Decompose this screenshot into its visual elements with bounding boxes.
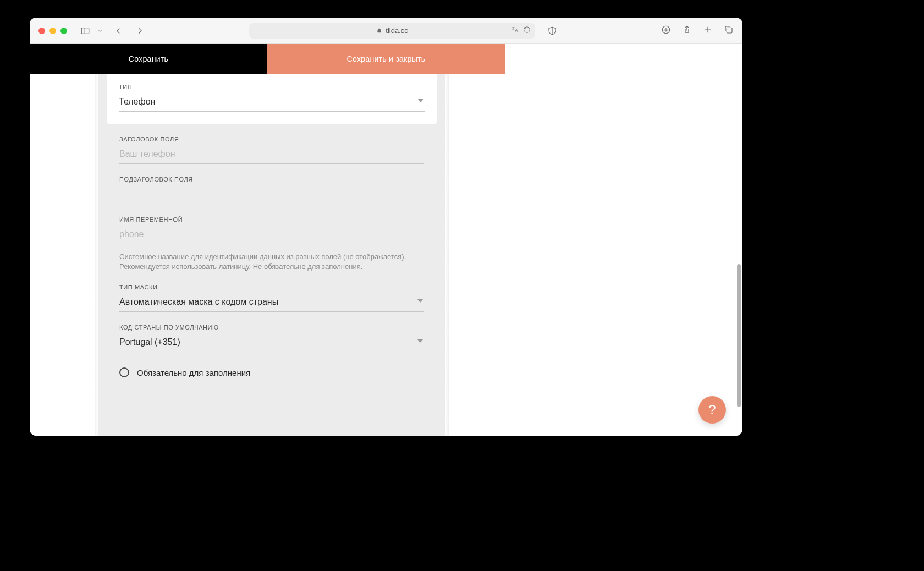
required-label: Обязательно для заполнения xyxy=(137,368,250,377)
new-tab-icon[interactable] xyxy=(703,25,713,37)
left-shadow xyxy=(95,74,98,436)
chevron-down-icon xyxy=(418,99,424,102)
right-shadow xyxy=(445,74,449,436)
save-button[interactable]: Сохранить xyxy=(30,44,267,74)
field-title-label: ЗАГОЛОВОК ПОЛЯ xyxy=(119,136,424,142)
window-zoom-button[interactable] xyxy=(61,28,67,34)
default-country-label: КОД СТРАНЫ ПО УМОЛЧАНИЮ xyxy=(119,324,424,331)
shield-icon[interactable] xyxy=(546,25,558,37)
required-checkbox[interactable] xyxy=(119,367,129,377)
reload-icon[interactable] xyxy=(523,26,531,35)
window-close-button[interactable] xyxy=(38,28,45,34)
field-title-input-wrap xyxy=(119,147,424,164)
type-value: Телефон xyxy=(119,97,425,107)
mask-type-value: Автоматическая маска с кодом страны xyxy=(119,297,424,307)
required-checkbox-row[interactable]: Обязательно для заполнения xyxy=(98,352,445,399)
var-name-group: ИМЯ ПЕРЕМЕННОЙ Системное название для ид… xyxy=(98,204,445,272)
default-country-group: КОД СТРАНЫ ПО УМОЛЧАНИЮ Portugal (+351) xyxy=(98,312,445,352)
svg-rect-0 xyxy=(81,28,89,34)
share-icon[interactable] xyxy=(682,25,692,37)
save-close-button-label: Сохранить и закрыть xyxy=(347,54,426,63)
svg-rect-2 xyxy=(378,30,381,32)
question-mark-icon: ? xyxy=(708,402,716,418)
field-subtitle-input-wrap xyxy=(119,187,424,204)
type-card: ТИП Телефон xyxy=(107,74,437,124)
downloads-icon[interactable] xyxy=(661,25,671,37)
page-content: Сохранить Сохранить и закрыть ТИП Телефо… xyxy=(30,44,743,436)
forward-button[interactable] xyxy=(134,25,146,37)
field-title-group: ЗАГОЛОВОК ПОЛЯ xyxy=(98,124,445,164)
var-name-input-wrap xyxy=(119,227,424,244)
window-controls xyxy=(38,28,67,34)
chevron-down-icon xyxy=(417,339,423,343)
help-button[interactable]: ? xyxy=(698,396,726,424)
translate-icon[interactable] xyxy=(511,26,519,35)
settings-panel-wrap: ТИП Телефон ЗАГОЛОВОК ПОЛЯ ПОДЗАГОЛОВОК … xyxy=(30,74,505,436)
url-host: tilda.cc xyxy=(386,26,408,35)
var-name-help: Системное название для идентификации дан… xyxy=(119,252,424,272)
sidebar-toggle-icon[interactable] xyxy=(79,25,91,37)
tabs-overview-icon[interactable] xyxy=(724,25,734,37)
editor-action-bar: Сохранить Сохранить и закрыть xyxy=(30,44,505,74)
save-and-close-button[interactable]: Сохранить и закрыть xyxy=(267,44,505,74)
scrollbar-thumb[interactable] xyxy=(737,264,741,407)
chevron-down-icon xyxy=(417,299,423,303)
address-bar[interactable]: tilda.cc xyxy=(249,23,535,39)
type-select[interactable]: Телефон xyxy=(119,95,425,112)
field-settings-panel: ТИП Телефон ЗАГОЛОВОК ПОЛЯ ПОДЗАГОЛОВОК … xyxy=(98,74,445,436)
var-name-input[interactable] xyxy=(119,229,424,239)
default-country-value: Portugal (+351) xyxy=(119,337,424,347)
save-button-label: Сохранить xyxy=(129,54,168,63)
window-minimize-button[interactable] xyxy=(50,28,56,34)
field-subtitle-label: ПОДЗАГОЛОВОК ПОЛЯ xyxy=(119,176,424,183)
field-subtitle-input[interactable] xyxy=(119,189,424,199)
lock-icon xyxy=(376,28,382,34)
browser-toolbar: tilda.cc xyxy=(30,18,743,44)
mask-type-group: ТИП МАСКИ Автоматическая маска с кодом с… xyxy=(98,272,445,312)
var-name-label: ИМЯ ПЕРЕМЕННОЙ xyxy=(119,216,424,223)
field-title-input[interactable] xyxy=(119,149,424,159)
field-subtitle-group: ПОДЗАГОЛОВОК ПОЛЯ xyxy=(98,164,445,204)
svg-rect-8 xyxy=(727,28,732,33)
default-country-select[interactable]: Portugal (+351) xyxy=(119,335,424,352)
back-button[interactable] xyxy=(112,25,124,37)
chevron-down-icon[interactable] xyxy=(97,25,103,37)
mask-type-select[interactable]: Автоматическая маска с кодом страны xyxy=(119,295,424,312)
browser-window: tilda.cc xyxy=(30,18,743,436)
type-label: ТИП xyxy=(119,84,425,90)
mask-type-label: ТИП МАСКИ xyxy=(119,284,424,290)
